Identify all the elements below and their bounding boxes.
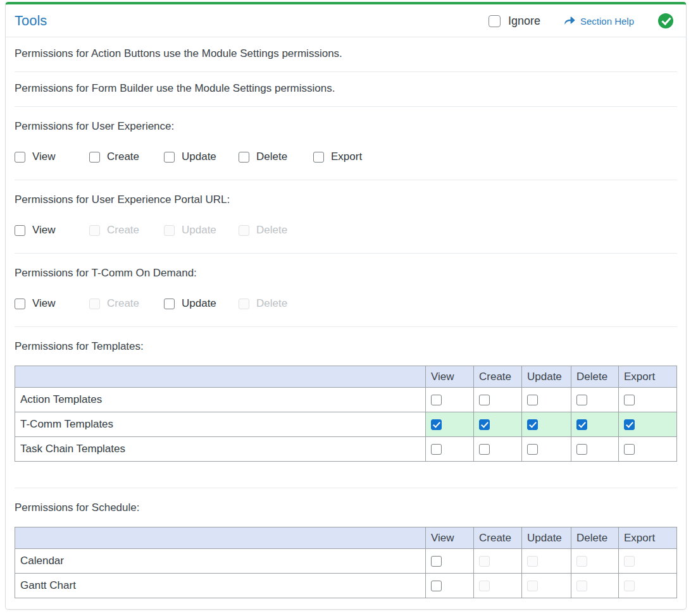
permissions-group: Permissions for Templates:ViewCreateUpda… xyxy=(15,327,677,488)
permissions-note: Permissions for Form Builder use the Mod… xyxy=(15,72,677,107)
table-row: Task Chain Templates xyxy=(15,437,677,462)
section-header-actions: Ignore Section Help xyxy=(489,13,673,28)
permission-cell xyxy=(522,549,571,574)
permission-cell xyxy=(619,437,677,462)
permission-cell xyxy=(619,412,677,437)
permission-checkbox xyxy=(527,581,538,591)
permissions-group: Permissions for Schedule:ViewCreateUpdat… xyxy=(15,488,677,609)
permission-option[interactable]: Update xyxy=(164,151,239,163)
permission-checkbox[interactable] xyxy=(527,395,538,405)
column-header: Create xyxy=(474,527,522,549)
table-row: Action Templates xyxy=(15,388,677,412)
column-header: Delete xyxy=(571,366,619,388)
permission-checkbox[interactable] xyxy=(15,299,25,309)
permissions-table: ViewCreateUpdateDeleteExportAction Templ… xyxy=(15,366,677,462)
sections: Permissions for Action Buttons use the M… xyxy=(6,37,686,609)
permission-option-label: View xyxy=(32,151,56,163)
permission-option-label: Update xyxy=(182,224,216,237)
permission-checkbox[interactable] xyxy=(431,556,442,567)
permission-checkbox[interactable] xyxy=(479,395,490,405)
permission-checkbox xyxy=(624,581,635,591)
column-header: Create xyxy=(474,366,522,388)
permission-cell xyxy=(571,574,619,598)
permission-checkbox[interactable] xyxy=(89,152,100,163)
permission-cell xyxy=(522,412,571,437)
permission-cell xyxy=(619,549,677,574)
permission-option: Delete xyxy=(239,224,313,237)
permissions-table: ViewCreateUpdateDeleteExportCalendarGant… xyxy=(15,527,677,598)
permission-checkbox xyxy=(239,225,249,236)
ignore-checkbox[interactable] xyxy=(489,15,501,27)
permission-checkbox[interactable] xyxy=(239,152,249,163)
table-body: Action TemplatesT-Comm TemplatesTask Cha… xyxy=(15,388,677,462)
permission-checkbox xyxy=(624,556,635,567)
permission-option[interactable]: Update xyxy=(164,297,239,310)
column-header: Export xyxy=(619,366,677,388)
table-head: ViewCreateUpdateDeleteExport xyxy=(15,527,677,549)
permission-checkbox[interactable] xyxy=(576,395,587,405)
permission-option[interactable]: Export xyxy=(313,151,388,163)
permission-option-label: View xyxy=(32,297,56,310)
checkbox-row: ViewCreateUpdateDeleteExport xyxy=(15,151,677,163)
permission-checkbox[interactable] xyxy=(624,419,635,430)
permission-checkbox[interactable] xyxy=(479,444,490,455)
group-title: Permissions for Schedule: xyxy=(15,502,677,514)
table-header-row: ViewCreateUpdateDeleteExport xyxy=(15,366,677,388)
row-label: T-Comm Templates xyxy=(15,412,426,437)
permission-checkbox[interactable] xyxy=(164,152,175,163)
permission-checkbox[interactable] xyxy=(15,152,25,163)
permission-cell xyxy=(474,437,522,462)
permission-cell xyxy=(619,388,677,412)
permission-checkbox[interactable] xyxy=(624,395,635,405)
permission-option-label: Delete xyxy=(256,151,287,163)
permission-checkbox[interactable] xyxy=(15,225,25,236)
permission-checkbox[interactable] xyxy=(576,419,587,430)
permission-checkbox[interactable] xyxy=(576,444,587,455)
permission-checkbox xyxy=(576,556,587,567)
section-help-link[interactable]: Section Help xyxy=(564,16,634,27)
group-title: Permissions for User Experience Portal U… xyxy=(15,194,677,206)
permission-option-label: Create xyxy=(107,224,139,237)
permission-checkbox[interactable] xyxy=(164,299,175,309)
permission-checkbox xyxy=(239,299,249,309)
row-label-header xyxy=(15,527,426,549)
permission-checkbox[interactable] xyxy=(431,444,442,455)
permission-option-label: Create xyxy=(107,151,139,163)
permission-option-label: Delete xyxy=(256,297,287,310)
group-title: Permissions for User Experience: xyxy=(15,120,677,133)
row-label: Action Templates xyxy=(15,388,426,412)
permission-option[interactable]: Delete xyxy=(239,151,313,163)
row-label: Calendar xyxy=(15,549,426,574)
checkbox-row: ViewCreateUpdateDelete xyxy=(15,297,677,310)
permission-checkbox xyxy=(164,225,175,236)
permission-checkbox[interactable] xyxy=(479,419,490,430)
table-head: ViewCreateUpdateDeleteExport xyxy=(15,366,677,388)
permission-option[interactable]: View xyxy=(15,297,89,310)
column-header: Update xyxy=(522,527,571,549)
permission-option[interactable]: Create xyxy=(89,151,164,163)
column-header: Delete xyxy=(571,527,619,549)
permission-checkbox xyxy=(89,299,100,309)
permission-cell xyxy=(426,437,474,462)
permission-checkbox[interactable] xyxy=(624,444,635,455)
permission-option-label: Update xyxy=(182,151,216,163)
permission-checkbox[interactable] xyxy=(431,419,442,430)
permission-cell xyxy=(474,412,522,437)
section-help-label: Section Help xyxy=(580,16,634,27)
column-header: View xyxy=(426,527,474,549)
table-body: CalendarGantt Chart xyxy=(15,549,677,598)
permissions-group: Permissions for User Experience Portal U… xyxy=(15,180,677,254)
permission-checkbox[interactable] xyxy=(313,152,324,163)
permission-checkbox[interactable] xyxy=(527,419,538,430)
permission-option[interactable]: View xyxy=(15,151,89,163)
ignore-checkbox-group[interactable]: Ignore xyxy=(489,15,540,28)
permission-cell xyxy=(426,549,474,574)
permission-option[interactable]: View xyxy=(15,224,89,237)
permission-checkbox[interactable] xyxy=(431,395,442,405)
permission-cell xyxy=(571,412,619,437)
permission-checkbox[interactable] xyxy=(527,444,538,455)
checkbox-row: ViewCreateUpdateDelete xyxy=(15,224,677,237)
permission-checkbox[interactable] xyxy=(431,581,442,591)
permission-cell xyxy=(522,574,571,598)
permission-cell xyxy=(474,574,522,598)
